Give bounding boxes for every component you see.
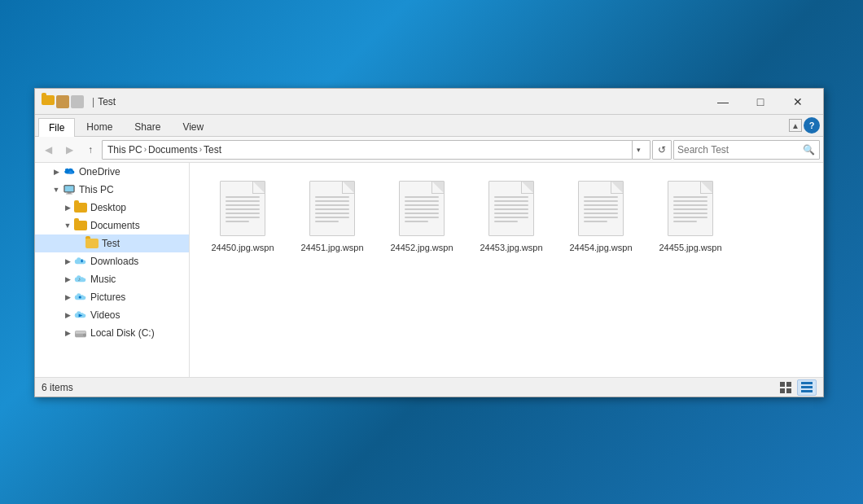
file-icon-doc xyxy=(309,181,355,236)
file-lines xyxy=(673,196,707,225)
file-item-file-2[interactable]: 24451.jpg.wspn xyxy=(287,171,377,261)
file-icon-line xyxy=(494,217,528,218)
breadcrumb-test[interactable]: Test xyxy=(204,144,221,156)
breadcrumb-this-pc[interactable]: This PC xyxy=(107,144,142,156)
breadcrumb: This PC › Documents › Test xyxy=(107,144,632,156)
breadcrumb-arrow-1: › xyxy=(144,145,147,154)
file-icon-line xyxy=(405,217,439,218)
sidebar-item-local-disk[interactable]: ▶ Local Disk (C:) xyxy=(35,324,189,342)
file-icon-doc xyxy=(399,181,445,236)
sidebar-item-pictures[interactable]: ▶ Pictures xyxy=(35,288,189,306)
main-content: ▶ OneDrive ▼ xyxy=(35,163,823,377)
test-folder-icon xyxy=(85,237,99,250)
close-button[interactable]: ✕ xyxy=(779,89,817,115)
sidebar-item-test[interactable]: Test xyxy=(35,234,189,252)
sidebar-item-this-pc[interactable]: ▼ This PC xyxy=(35,181,189,199)
search-icon[interactable]: 🔍 xyxy=(801,142,816,157)
onedrive-icon xyxy=(63,165,76,178)
up-button[interactable]: ↑ xyxy=(81,140,100,160)
tab-share[interactable]: Share xyxy=(124,117,171,136)
sidebar-item-desktop[interactable]: ▶ Desktop xyxy=(35,199,189,217)
file-icon-line xyxy=(494,204,528,206)
folder-title-icon xyxy=(42,95,55,108)
expand-music: ▶ xyxy=(61,270,74,288)
file-icon-line xyxy=(226,217,260,218)
local-disk-icon xyxy=(74,327,87,340)
pictures-folder-icon xyxy=(74,291,87,304)
medium-icons-view-button[interactable] xyxy=(776,379,795,396)
search-input[interactable] xyxy=(677,144,801,156)
file-item-file-5[interactable]: 24454.jpg.wspn xyxy=(556,171,646,261)
expand-documents: ▼ xyxy=(61,217,74,234)
music-folder-icon: ♪ xyxy=(74,273,87,286)
file-item-file-1[interactable]: 24450.jpg.wspn xyxy=(198,171,287,261)
downloads-label: Downloads xyxy=(90,256,138,267)
details-view-button[interactable] xyxy=(797,379,817,396)
minimize-button[interactable]: — xyxy=(704,89,742,115)
file-item-file-6[interactable]: 24455.jpg.wspn xyxy=(646,171,735,261)
sidebar-item-downloads[interactable]: ▶ Downloads xyxy=(35,252,189,270)
help-button[interactable]: ? xyxy=(804,117,820,134)
sidebar-item-onedrive[interactable]: ▶ OneDrive xyxy=(35,163,189,181)
file-lines xyxy=(226,196,260,225)
local-disk-label: Local Disk (C:) xyxy=(90,327,155,339)
tab-home[interactable]: Home xyxy=(76,117,123,136)
file-icon-line xyxy=(494,196,528,198)
test-label: Test xyxy=(102,238,120,249)
refresh-button[interactable]: ↺ xyxy=(652,140,672,160)
sidebar-item-music[interactable]: ▶ ♪ Music xyxy=(35,270,189,288)
maximize-button[interactable]: □ xyxy=(742,89,779,115)
file-explorer-window: | Test — □ ✕ File Home Share View ▲ ? ◀ … xyxy=(34,88,824,397)
title-bar-quick-access xyxy=(42,95,84,108)
expand-this-pc: ▼ xyxy=(50,181,63,199)
file-name: 24454.jpg.wspn xyxy=(569,242,632,253)
file-icon-line xyxy=(226,221,249,222)
file-icon-doc xyxy=(220,181,265,236)
sidebar: ▶ OneDrive ▼ xyxy=(35,163,190,377)
file-icon-line xyxy=(584,200,618,202)
ribbon-collapse-button[interactable]: ▲ xyxy=(789,119,802,132)
svg-rect-17 xyxy=(801,386,813,388)
file-icon-wrapper xyxy=(664,178,716,239)
tab-file[interactable]: File xyxy=(38,118,75,137)
documents-label: Documents xyxy=(90,220,140,231)
this-pc-label: This PC xyxy=(79,184,114,195)
file-icon-wrapper xyxy=(575,178,627,239)
sidebar-item-videos[interactable]: ▶ Videos xyxy=(35,306,189,324)
svg-point-11 xyxy=(84,334,85,335)
file-icon-line xyxy=(494,200,528,202)
svg-rect-12 xyxy=(780,382,785,387)
expand-videos: ▶ xyxy=(61,306,74,324)
items-count: 6 items xyxy=(42,382,776,393)
breadcrumb-documents[interactable]: Documents xyxy=(148,144,198,156)
view-buttons xyxy=(776,379,817,396)
address-bar[interactable]: This PC › Documents › Test ▾ xyxy=(102,140,651,160)
file-icon-doc xyxy=(578,181,624,236)
file-icon-line xyxy=(405,213,439,214)
svg-rect-14 xyxy=(780,388,785,393)
search-bar[interactable]: 🔍 xyxy=(673,140,820,160)
documents-folder-icon xyxy=(74,219,87,232)
file-icon-line xyxy=(405,196,439,198)
expand-local-disk: ▶ xyxy=(61,324,74,342)
file-icon-line xyxy=(673,213,707,214)
file-icon-line xyxy=(673,217,707,218)
svg-rect-3 xyxy=(66,194,72,195)
file-item-file-3[interactable]: 24452.jpg.wspn xyxy=(377,171,467,261)
forward-button[interactable]: ▶ xyxy=(59,140,79,160)
file-icon-line xyxy=(584,208,618,210)
tab-view[interactable]: View xyxy=(172,117,214,136)
expand-test xyxy=(72,234,85,252)
svg-rect-16 xyxy=(801,382,813,384)
file-icon-wrapper xyxy=(306,178,358,239)
file-icon-line xyxy=(494,221,518,222)
sidebar-item-documents[interactable]: ▼ Documents xyxy=(35,217,189,234)
quick-access-down-icon xyxy=(71,95,84,108)
back-button[interactable]: ◀ xyxy=(38,140,58,160)
address-dropdown-button[interactable]: ▾ xyxy=(632,140,645,160)
file-icon-line xyxy=(405,208,439,210)
file-item-file-4[interactable]: 24453.jpg.wspn xyxy=(467,171,556,261)
quick-access-pin-icon xyxy=(56,95,69,108)
videos-folder-icon xyxy=(74,309,87,322)
file-icon-line xyxy=(315,200,349,202)
